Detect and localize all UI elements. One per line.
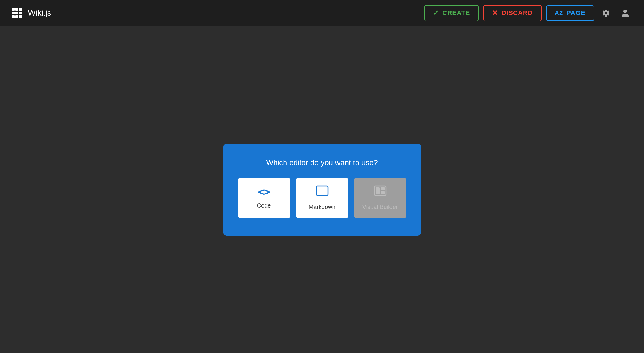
editor-option-visual-builder[interactable]: Visual Builder <box>354 178 406 218</box>
x-icon: ✕ <box>492 9 498 17</box>
markdown-icon <box>316 185 329 199</box>
navbar: Wiki.js ✓ CREATE ✕ DISCARD AZ PAGE <box>0 0 644 26</box>
code-label: Code <box>257 202 271 209</box>
visual-builder-icon <box>374 185 387 199</box>
gear-icon <box>602 9 610 17</box>
visual-builder-label: Visual Builder <box>362 204 398 210</box>
svg-rect-6 <box>376 187 380 194</box>
editor-dialog: Which editor do you want to use? <> Code <box>223 144 421 236</box>
code-icon: <> <box>258 187 270 197</box>
navbar-left: Wiki.js <box>12 8 51 18</box>
editor-option-markdown[interactable]: Markdown <box>296 178 348 218</box>
create-button[interactable]: ✓ CREATE <box>424 5 479 21</box>
svg-text:<>: <> <box>258 187 270 197</box>
settings-button[interactable] <box>599 6 613 20</box>
page-label: PAGE <box>567 9 585 17</box>
svg-rect-8 <box>381 191 385 194</box>
az-icon: AZ <box>555 10 563 17</box>
app-title: Wiki.js <box>28 8 51 18</box>
user-button[interactable] <box>618 6 632 20</box>
check-icon: ✓ <box>433 9 439 17</box>
grid-icon[interactable] <box>12 8 22 18</box>
navbar-right: ✓ CREATE ✕ DISCARD AZ PAGE <box>424 5 632 21</box>
create-label: CREATE <box>443 9 470 17</box>
user-icon <box>621 9 629 17</box>
discard-button[interactable]: ✕ DISCARD <box>483 5 541 21</box>
discard-label: DISCARD <box>502 9 533 17</box>
editor-options: <> Code Markdown <box>238 178 406 218</box>
markdown-label: Markdown <box>309 204 335 210</box>
main-content: Which editor do you want to use? <> Code <box>0 26 644 353</box>
svg-rect-7 <box>381 187 385 190</box>
dialog-title: Which editor do you want to use? <box>266 158 378 167</box>
page-button[interactable]: AZ PAGE <box>546 5 594 21</box>
editor-option-code[interactable]: <> Code <box>238 178 290 218</box>
